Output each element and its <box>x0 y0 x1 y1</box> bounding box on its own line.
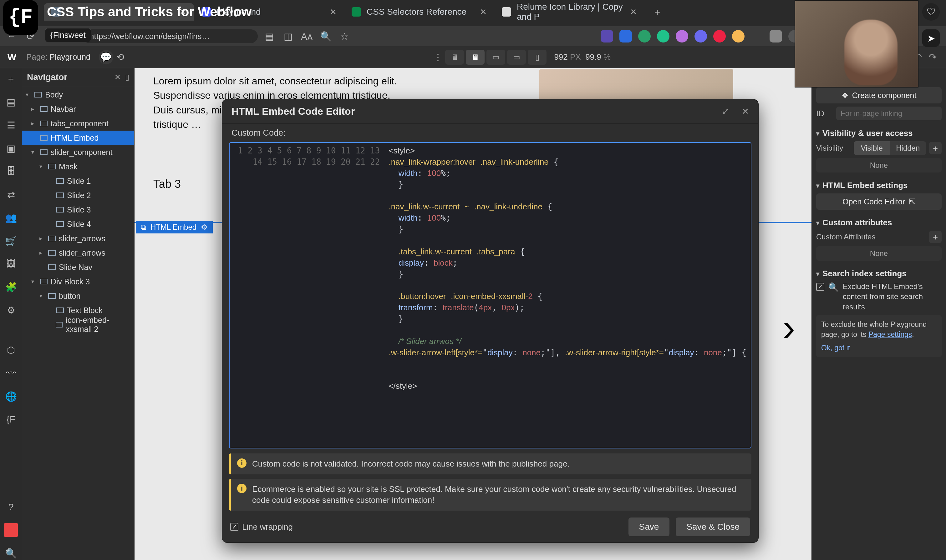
close-icon[interactable]: ✕ <box>480 7 487 17</box>
users-icon[interactable]: 👥 <box>4 211 18 225</box>
browser-tab-relume[interactable]: Relume Icon Library | Copy and P ✕ <box>494 3 644 21</box>
add-condition-button[interactable]: ＋ <box>929 142 941 154</box>
close-icon[interactable]: ✕ <box>330 7 336 17</box>
desktop-icon[interactable]: 🖥 <box>466 50 485 65</box>
extension-icon[interactable] <box>713 30 726 43</box>
checkbox-icon[interactable]: ✓ <box>230 523 238 531</box>
ok-got-it-link[interactable]: Ok, got it <box>821 343 937 353</box>
ecommerce-icon[interactable]: 🛒 <box>4 234 18 248</box>
extension-icon[interactable] <box>732 30 745 43</box>
settings-icon[interactable]: ⚙ <box>4 303 18 317</box>
tree-row[interactable]: Slide 4 <box>22 217 134 231</box>
add-elements-icon[interactable]: ＋ <box>4 72 18 86</box>
tree-row[interactable]: ▸slider_arrows <box>22 246 134 260</box>
exclude-search-checkbox[interactable]: ✓ 🔍 Exclude HTML Embed's content from si… <box>816 282 941 312</box>
assets-icon[interactable]: 🖼 <box>4 257 18 271</box>
address-bar[interactable]: https://webflow.com/design/fins… <box>83 29 258 43</box>
extension-icon[interactable] <box>770 30 782 43</box>
extension-icon[interactable] <box>657 30 670 43</box>
tree-row[interactable]: ▸tabs_component <box>22 116 134 131</box>
apps-icon[interactable]: 🧩 <box>4 280 18 294</box>
section-search[interactable]: ▾Search index settings <box>816 269 941 278</box>
cms-icon[interactable]: 🗄 <box>4 165 18 178</box>
extension-icon[interactable] <box>676 30 688 43</box>
tree-row[interactable]: Slide 1 <box>22 174 134 188</box>
create-component-button[interactable]: ❖ Create component <box>816 87 941 103</box>
logic-icon[interactable]: ⇄ <box>4 188 18 201</box>
tree-row[interactable]: ▸Navbar <box>22 102 134 116</box>
id-field-row: ID For in-page linking <box>816 106 941 120</box>
extension-icon[interactable] <box>619 30 632 43</box>
section-embed[interactable]: ▾HTML Embed settings <box>816 181 941 190</box>
browser-tab-css-ref[interactable]: CSS Selectors Reference ✕ <box>344 3 494 21</box>
tree-row[interactable]: ▾Body <box>22 88 134 102</box>
exclude-label: Exclude HTML Embed's content from site s… <box>843 282 941 312</box>
save-button[interactable]: Save <box>628 517 670 536</box>
close-panel-icon[interactable]: ✕ <box>114 73 121 82</box>
id-input[interactable]: For in-page linking <box>836 106 941 120</box>
globe-icon[interactable]: 🌐 <box>4 389 18 403</box>
visibility-none: None <box>816 158 941 172</box>
share-icon[interactable]: ➤ <box>922 29 940 47</box>
tree-row[interactable]: Slide 3 <box>22 203 134 217</box>
code-content[interactable]: <style> .nav_link-wrapper:hover .nav_lin… <box>384 143 751 448</box>
like-icon[interactable]: ♡ <box>922 3 940 21</box>
close-icon[interactable]: ✕ <box>630 7 637 17</box>
help-icon[interactable]: ? <box>4 500 18 514</box>
redo-icon[interactable]: ↷ <box>929 52 937 63</box>
tree-row[interactable]: ▾button <box>22 289 134 303</box>
page-name[interactable]: Playground <box>49 52 91 62</box>
zoom-icon[interactable]: 🔍 <box>318 29 333 43</box>
tablet-icon[interactable]: ▭ <box>486 50 505 65</box>
extension-icon[interactable] <box>694 30 707 43</box>
line-wrapping-checkbox[interactable]: ✓ Line wrapping <box>230 522 293 532</box>
hidden-button[interactable]: Hidden <box>890 141 926 155</box>
add-attribute-button[interactable]: ＋ <box>929 231 941 243</box>
mobile-icon[interactable]: ▯ <box>528 50 546 65</box>
page-settings-link[interactable]: Page settings <box>869 330 912 338</box>
tree-row[interactable]: ▾Div Block 3 <box>22 274 134 289</box>
navigator-tree[interactable]: ▾Body▸Navbar▸tabs_componentHTML Embed▾sl… <box>22 86 134 333</box>
finsweet-ext-icon[interactable]: {F <box>4 412 18 426</box>
split-icon[interactable]: ◫ <box>281 29 295 43</box>
new-tab-button[interactable]: ＋ <box>650 5 664 19</box>
search-icon[interactable]: 🔍 <box>4 546 18 560</box>
section-visibility[interactable]: ▾Visibility & user access <box>816 128 941 138</box>
reader-icon[interactable]: ▤ <box>262 29 276 43</box>
navigator-icon[interactable]: ☰ <box>4 118 18 132</box>
close-icon[interactable]: ✕ <box>742 106 749 117</box>
tree-row[interactable]: HTML Embed <box>22 131 134 145</box>
expand-icon[interactable]: ⤢ <box>722 106 729 117</box>
pages-icon[interactable]: ▤ <box>4 95 18 109</box>
mobile-landscape-icon[interactable]: ▭ <box>507 50 526 65</box>
comments-icon[interactable]: 💬 <box>99 50 113 65</box>
tree-label: Div Block 3 <box>51 277 90 286</box>
tree-row[interactable]: icon-embed-xxsmall 2 <box>22 317 134 332</box>
desktop-large-icon[interactable]: 🖥 <box>445 50 464 65</box>
3d-icon[interactable]: ⬡ <box>4 343 18 357</box>
extension-icon[interactable] <box>638 30 651 43</box>
tree-label: Slide 2 <box>67 191 91 200</box>
favorite-icon[interactable]: ☆ <box>337 29 352 43</box>
text-size-icon[interactable]: Aᴀ <box>300 29 314 43</box>
audit-icon[interactable]: 〰 <box>4 366 18 380</box>
open-code-editor-button[interactable]: Open Code Editor ⇱ <box>816 194 941 210</box>
preview-icon[interactable]: ⟲ <box>113 50 128 65</box>
tree-row[interactable]: ▾slider_component <box>22 145 134 159</box>
tree-row[interactable]: Slide 2 <box>22 188 134 203</box>
tree-row[interactable]: Slide Nav <box>22 260 134 274</box>
code-editor[interactable]: 1 2 3 4 5 6 7 8 9 10 11 12 13 14 15 16 1… <box>229 142 752 448</box>
more-icon[interactable]: ⋮ <box>431 50 445 65</box>
section-attributes[interactable]: ▾Custom attributes <box>816 218 941 228</box>
tree-row[interactable]: ▸slider_arrows <box>22 231 134 246</box>
webflow-logo[interactable]: W <box>3 48 21 66</box>
dock-icon[interactable]: ▯ <box>125 73 129 82</box>
tree-row[interactable]: ▾Mask <box>22 159 134 174</box>
visible-button[interactable]: Visible <box>854 141 890 155</box>
favicon <box>352 7 361 17</box>
checkbox-icon[interactable]: ✓ <box>816 283 824 291</box>
save-close-button[interactable]: Save & Close <box>676 517 750 536</box>
record-icon[interactable] <box>4 523 18 537</box>
components-icon[interactable]: ▣ <box>4 141 18 155</box>
extension-icon[interactable] <box>600 30 613 43</box>
